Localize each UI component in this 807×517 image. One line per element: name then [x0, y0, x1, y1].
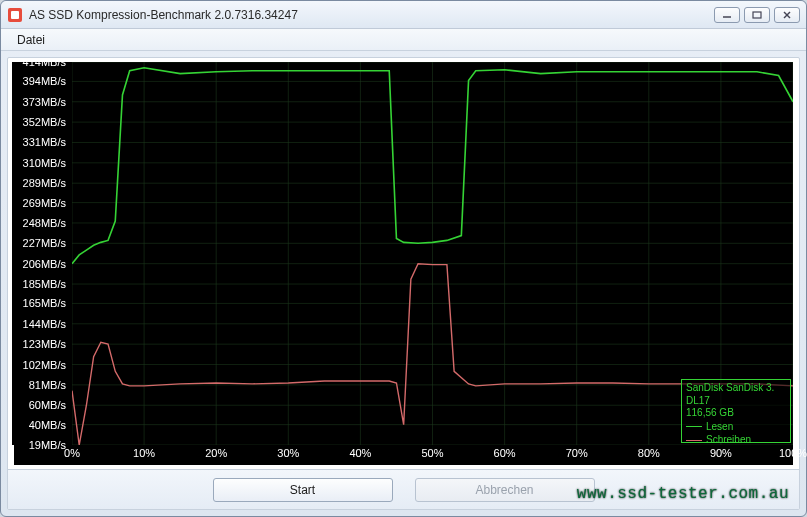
y-tick-label: 144MB/s — [23, 318, 66, 330]
x-tick-label: 60% — [494, 447, 516, 459]
app-icon — [7, 7, 23, 23]
svg-rect-1 — [11, 11, 19, 19]
window-title: AS SSD Kompression-Benchmark 2.0.7316.34… — [29, 8, 714, 22]
legend-capacity: 116,56 GB — [686, 407, 786, 420]
legend-write-swatch — [686, 440, 702, 441]
y-tick-label: 394MB/s — [23, 75, 66, 87]
y-tick-label: 289MB/s — [23, 177, 66, 189]
y-tick-label: 185MB/s — [23, 278, 66, 290]
x-tick-label: 0% — [64, 447, 80, 459]
x-tick-label: 50% — [421, 447, 443, 459]
y-tick-label: 19MB/s — [29, 439, 66, 451]
y-tick-label: 352MB/s — [23, 116, 66, 128]
legend-read-row: Lesen — [686, 421, 786, 434]
y-tick-label: 248MB/s — [23, 217, 66, 229]
y-tick-label: 206MB/s — [23, 258, 66, 270]
chart-area: 414MB/s394MB/s373MB/s352MB/s331MB/s310MB… — [14, 62, 793, 465]
legend-read-swatch — [686, 426, 702, 427]
y-tick-label: 227MB/s — [23, 237, 66, 249]
maximize-button[interactable] — [744, 7, 770, 23]
x-tick-label: 80% — [638, 447, 660, 459]
legend-firmware: DL17 — [686, 395, 786, 408]
svg-rect-3 — [753, 12, 761, 18]
y-tick-label: 331MB/s — [23, 136, 66, 148]
close-button[interactable] — [774, 7, 800, 23]
minimize-button[interactable] — [714, 7, 740, 23]
x-tick-label: 100% — [779, 447, 807, 459]
y-tick-label: 102MB/s — [23, 359, 66, 371]
y-tick-label: 373MB/s — [23, 96, 66, 108]
menubar: Datei — [1, 29, 806, 51]
content-panel: 414MB/s394MB/s373MB/s352MB/s331MB/s310MB… — [7, 57, 800, 510]
plot: SanDisk SanDisk 3. DL17 116,56 GB Lesen … — [72, 62, 793, 445]
y-tick-label: 414MB/s — [23, 56, 66, 68]
y-tick-label: 123MB/s — [23, 338, 66, 350]
x-tick-label: 20% — [205, 447, 227, 459]
y-tick-label: 81MB/s — [29, 379, 66, 391]
legend-box: SanDisk SanDisk 3. DL17 116,56 GB Lesen … — [681, 379, 791, 443]
menu-file[interactable]: Datei — [9, 31, 53, 49]
app-window: AS SSD Kompression-Benchmark 2.0.7316.34… — [0, 0, 807, 517]
y-tick-label: 269MB/s — [23, 197, 66, 209]
legend-read-label: Lesen — [706, 421, 733, 434]
x-tick-label: 10% — [133, 447, 155, 459]
x-tick-label: 30% — [277, 447, 299, 459]
x-tick-label: 70% — [566, 447, 588, 459]
x-tick-label: 90% — [710, 447, 732, 459]
y-tick-label: 165MB/s — [23, 297, 66, 309]
y-tick-label: 40MB/s — [29, 419, 66, 431]
cancel-button[interactable]: Abbrechen — [415, 478, 595, 502]
y-tick-label: 60MB/s — [29, 399, 66, 411]
y-tick-label: 310MB/s — [23, 157, 66, 169]
window-controls — [714, 7, 800, 23]
button-bar: Start Abbrechen — [8, 469, 799, 509]
titlebar: AS SSD Kompression-Benchmark 2.0.7316.34… — [1, 1, 806, 29]
start-button[interactable]: Start — [213, 478, 393, 502]
x-tick-label: 40% — [349, 447, 371, 459]
x-axis: 0%10%20%30%40%50%60%70%80%90%100% — [72, 445, 793, 465]
y-axis: 414MB/s394MB/s373MB/s352MB/s331MB/s310MB… — [12, 62, 70, 445]
legend-device: SanDisk SanDisk 3. — [686, 382, 786, 395]
